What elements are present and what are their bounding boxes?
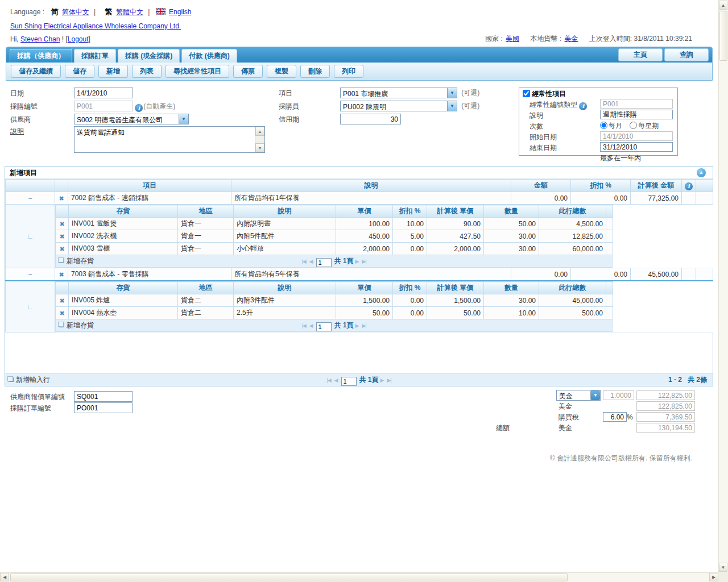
- collapse-row-icon[interactable]: −: [28, 271, 32, 278]
- page-input[interactable]: [316, 258, 332, 267]
- horizontal-scrollbar[interactable]: ◀ ▶: [0, 572, 718, 582]
- page-input[interactable]: [341, 377, 357, 386]
- delete-row-icon[interactable]: ✖: [59, 297, 64, 304]
- delete-row-icon[interactable]: ✖: [59, 221, 64, 227]
- horizontal-scroll-thumb[interactable]: [10, 573, 568, 581]
- scroll-right-icon[interactable]: ▶: [709, 573, 718, 581]
- tab-purchase-cash[interactable]: 採購 (現金採購): [118, 49, 180, 63]
- info-icon[interactable]: i: [579, 102, 587, 110]
- header-spacer: [696, 180, 713, 192]
- project-select[interactable]: P001 市場推廣 ▼: [340, 88, 457, 98]
- prev-page-icon[interactable]: ◀: [309, 259, 313, 264]
- col-stock: 存貨: [69, 282, 178, 294]
- date-input[interactable]: [74, 88, 133, 98]
- add-stock-link[interactable]: 新增存貨: [59, 255, 94, 267]
- textarea-scrollbar[interactable]: ▲ ▼: [255, 127, 264, 152]
- chevron-down-icon[interactable]: ▼: [447, 88, 457, 98]
- prev-page-icon[interactable]: ◀: [309, 323, 313, 329]
- tab-payment-supplier[interactable]: 付款 (供應商): [181, 49, 237, 63]
- add-stock-link[interactable]: 新增存貨: [59, 319, 94, 331]
- info-icon[interactable]: i: [685, 182, 693, 190]
- scroll-left-icon[interactable]: ◀: [0, 573, 9, 581]
- save-button[interactable]: 儲存: [65, 65, 94, 78]
- purchase-order-input[interactable]: [74, 402, 133, 413]
- info-icon[interactable]: i: [135, 104, 143, 112]
- traditional-chinese-link[interactable]: 繁體中文: [116, 8, 143, 16]
- delete-row-icon[interactable]: ✖: [59, 233, 64, 240]
- last-page-icon[interactable]: ▶|: [387, 377, 391, 383]
- first-page-icon[interactable]: |◀: [301, 259, 305, 264]
- logout-link[interactable]: Logout: [68, 35, 89, 43]
- supplier-select[interactable]: S002 明德電器生產有限公司 ▼: [74, 114, 189, 124]
- tax-rate-input[interactable]: [603, 412, 627, 422]
- first-page-icon[interactable]: |◀: [326, 377, 330, 383]
- new-button[interactable]: 新增: [98, 65, 128, 78]
- recurring-checkbox[interactable]: [523, 90, 530, 97]
- unit-price-cell: 1,500.00: [336, 294, 393, 307]
- credit-period-input[interactable]: [340, 114, 401, 124]
- qty-cell: 10.00: [484, 307, 539, 319]
- stock-row[interactable]: ✖ INV002 洗衣機 貨倉一 內附5件配件 450.00 5.00 427.…: [56, 230, 613, 243]
- chevron-down-icon[interactable]: ▼: [590, 390, 600, 400]
- save-and-continue-button[interactable]: 儲存及繼續: [11, 65, 61, 78]
- chevron-down-icon[interactable]: ▼: [179, 114, 188, 124]
- prev-page-icon[interactable]: ◀: [334, 377, 338, 383]
- currency-select[interactable]: 美金 ▼: [556, 390, 601, 401]
- next-page-icon[interactable]: ▶: [380, 377, 384, 383]
- tab-purchase-supplier[interactable]: 採購（供應商）: [10, 49, 72, 63]
- country-link[interactable]: 美國: [506, 35, 519, 43]
- optional-note: (可選): [461, 89, 479, 97]
- scroll-down-icon[interactable]: ▼: [719, 563, 727, 572]
- search-button[interactable]: 查詢: [664, 48, 709, 61]
- description-textarea[interactable]: 送貨前電話通知: [75, 127, 255, 152]
- copy-button[interactable]: 複製: [267, 65, 296, 78]
- supplier-quote-input[interactable]: [74, 391, 133, 402]
- next-page-icon[interactable]: ▶: [355, 259, 359, 264]
- item-group-row-7003[interactable]: − ✖ 7003 銷售成本 - 零售採購 所有貨品均有5年保養 0.00 0.0…: [6, 268, 713, 281]
- scroll-up-icon[interactable]: ▲: [719, 1, 727, 10]
- weekly-radio[interactable]: [630, 122, 637, 129]
- col-unit-price: 單價: [336, 282, 393, 294]
- last-page-icon[interactable]: ▶|: [362, 323, 366, 329]
- english-link[interactable]: English: [169, 8, 191, 16]
- delete-row-icon[interactable]: ✖: [59, 271, 64, 278]
- collapse-row-icon[interactable]: −: [28, 194, 32, 202]
- separator: |: [148, 8, 150, 16]
- vertical-scroll-thumb[interactable]: [719, 11, 727, 61]
- delete-button[interactable]: 刪除: [300, 65, 330, 78]
- next-page-icon[interactable]: ▶: [355, 323, 359, 329]
- company-link[interactable]: Sun Shing Electrical Appliance Wholesale…: [10, 22, 181, 30]
- home-button[interactable]: 主頁: [618, 48, 663, 61]
- monthly-radio[interactable]: [600, 122, 607, 129]
- user-link[interactable]: Steven Chan: [20, 35, 60, 43]
- textarea-scroll-up-icon[interactable]: ▲: [255, 127, 264, 136]
- description-link[interactable]: 說明: [10, 127, 24, 136]
- collapse-panel-icon[interactable]: ▲: [697, 168, 706, 177]
- end-date-input[interactable]: [600, 142, 673, 152]
- tab-purchase-order[interactable]: 採購訂單: [74, 49, 116, 63]
- recurring-desc-input[interactable]: [600, 110, 673, 119]
- stock-row[interactable]: ✖ INV003 雪櫃 貨倉一 小心輕放 2,000.00 0.00 2,000…: [56, 243, 613, 255]
- delete-row-icon[interactable]: ✖: [59, 246, 64, 252]
- stock-row[interactable]: ✖ INV005 炸爐 貨倉二 內附3件配件 1,500.00 0.00 1,5…: [56, 294, 613, 307]
- voucher-button[interactable]: 傳票: [233, 65, 263, 78]
- stock-desc-cell: 2.5升: [234, 307, 336, 319]
- stock-row[interactable]: ✖ INV001 電飯煲 貨倉一 內附說明書 100.00 10.00 90.0…: [56, 218, 613, 230]
- page-input[interactable]: [316, 322, 332, 331]
- print-button[interactable]: 列印: [334, 65, 363, 78]
- textarea-scroll-down-icon[interactable]: ▼: [255, 143, 264, 152]
- buyer-select[interactable]: PU002 陳震明 ▼: [340, 101, 457, 111]
- delete-row-icon[interactable]: ✖: [59, 195, 64, 202]
- last-page-icon[interactable]: ▶|: [362, 259, 366, 264]
- find-recurring-button[interactable]: 尋找經常性項目: [166, 65, 229, 78]
- local-currency-link[interactable]: 美金: [564, 35, 578, 43]
- chevron-down-icon[interactable]: ▼: [447, 101, 457, 111]
- item-group-row-7002[interactable]: − ✖ 7002 銷售成本 - 速銷採購 所有貨品均有1年保養 0.00 0.0…: [6, 192, 713, 205]
- vertical-scrollbar[interactable]: ▲ ▼: [718, 0, 728, 572]
- add-line-link[interactable]: 新增輸入行: [9, 374, 50, 386]
- delete-row-icon[interactable]: ✖: [59, 310, 64, 317]
- list-button[interactable]: 列表: [132, 65, 162, 78]
- stock-row[interactable]: ✖ INV004 熱水壺 貨倉二 2.5升 50.00 0.00 50.00 1…: [56, 307, 613, 319]
- first-page-icon[interactable]: |◀: [301, 323, 305, 329]
- simplified-chinese-link[interactable]: 简体中文: [62, 8, 89, 16]
